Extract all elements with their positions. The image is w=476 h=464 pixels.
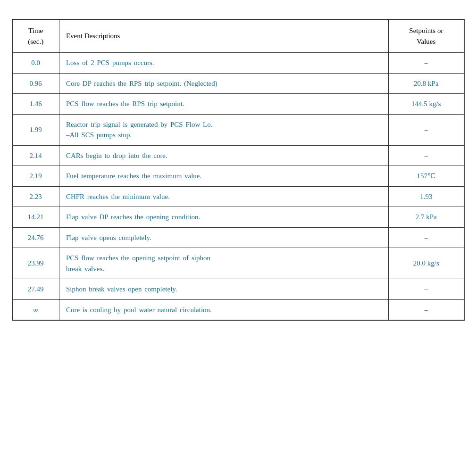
event-cell: Reactor trip signal is generated by PCS …	[59, 114, 388, 145]
time-cell: 0.96	[12, 73, 59, 94]
table-row: ∞Core is cooling by pool water natural c…	[12, 299, 464, 320]
header-setpoint: Setpoints orValues	[389, 19, 464, 53]
event-cell: Flap valve opens completely.	[59, 227, 388, 248]
header-time: Time(sec.)	[12, 19, 59, 53]
table-row: 1.46PCS flow reaches the RPS trip setpoi…	[12, 94, 464, 115]
time-cell: 2.19	[12, 166, 59, 187]
table-row: 2.23CHFR reaches the minimum value.1.93	[12, 186, 464, 207]
event-cell: Loss of 2 PCS pumps occurs.	[59, 53, 388, 74]
setpoint-cell: 2.7 kPa	[389, 207, 464, 228]
setpoint-cell: 20.0 kg/s	[389, 248, 464, 279]
time-cell: 27.49	[12, 279, 59, 300]
time-cell: 23.99	[12, 248, 59, 279]
table-row: 2.14CARs begin to drop into the core.–	[12, 145, 464, 166]
setpoint-cell: 20.8 kPa	[389, 73, 464, 94]
table-header-row: Time(sec.) Event Descriptions Setpoints …	[12, 19, 464, 53]
event-cell: PCS flow reaches the opening setpoint of…	[59, 248, 388, 279]
setpoint-cell: –	[389, 279, 464, 300]
time-cell: 24.76	[12, 227, 59, 248]
setpoint-cell: –	[389, 145, 464, 166]
time-cell: 0.0	[12, 53, 59, 74]
table-row: 1.99Reactor trip signal is generated by …	[12, 114, 464, 145]
setpoint-cell: –	[389, 114, 464, 145]
time-cell: 14.21	[12, 207, 59, 228]
event-cell: Fuel temperature reaches the maximum val…	[59, 166, 388, 187]
setpoint-cell: –	[389, 53, 464, 74]
table-row: 24.76Flap valve opens completely.–	[12, 227, 464, 248]
event-cell: CARs begin to drop into the core.	[59, 145, 388, 166]
event-cell: Core DP reaches the RPS trip setpoint. (…	[59, 73, 388, 94]
event-table: Time(sec.) Event Descriptions Setpoints …	[12, 19, 465, 321]
event-cell: CHFR reaches the minimum value.	[59, 186, 388, 207]
setpoint-cell: 144.5 kg/s	[389, 94, 464, 115]
table-row: 0.0Loss of 2 PCS pumps occurs.–	[12, 53, 464, 74]
setpoint-cell: 1.93	[389, 186, 464, 207]
time-cell: 1.99	[12, 114, 59, 145]
time-cell: 1.46	[12, 94, 59, 115]
table-row: 23.99PCS flow reaches the opening setpoi…	[12, 248, 464, 279]
time-cell: 2.23	[12, 186, 59, 207]
event-cell: Core is cooling by pool water natural ci…	[59, 299, 388, 320]
setpoint-cell: –	[389, 299, 464, 320]
table-row: 14.21Flap valve DP reaches the opening c…	[12, 207, 464, 228]
time-cell: ∞	[12, 299, 59, 320]
event-cell: Flap valve DP reaches the opening condit…	[59, 207, 388, 228]
table-wrapper: Time(sec.) Event Descriptions Setpoints …	[12, 19, 465, 321]
header-event: Event Descriptions	[59, 19, 388, 53]
event-cell: PCS flow reaches the RPS trip setpoint.	[59, 94, 388, 115]
setpoint-cell: –	[389, 227, 464, 248]
event-cell: Siphon break valves open completely.	[59, 279, 388, 300]
time-cell: 2.14	[12, 145, 59, 166]
table-row: 2.19Fuel temperature reaches the maximum…	[12, 166, 464, 187]
table-row: 27.49Siphon break valves open completely…	[12, 279, 464, 300]
setpoint-cell: 157℃	[389, 166, 464, 187]
table-row: 0.96Core DP reaches the RPS trip setpoin…	[12, 73, 464, 94]
